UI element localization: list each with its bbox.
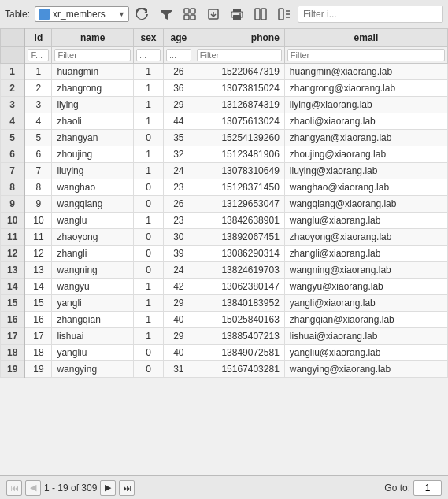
table-row[interactable]: 66zhoujing13215123481906zhoujing@xiaoran… <box>1 146 448 163</box>
age-cell: 35 <box>163 130 194 146</box>
email-filter-input[interactable] <box>287 49 445 61</box>
age-filter-input[interactable] <box>166 49 191 61</box>
email-cell: wangyu@xiaorang.lab <box>284 279 447 295</box>
sex-filter-input[interactable] <box>136 49 161 61</box>
rownum-cell: 17 <box>1 328 25 345</box>
id-cell: 12 <box>24 246 52 262</box>
id-cell: 6 <box>24 146 52 163</box>
table-body: 11huangmin12615220647319huangmin@xiaoran… <box>1 64 448 378</box>
export-button[interactable] <box>180 4 200 24</box>
first-page-button[interactable]: ⏮ <box>6 480 22 496</box>
table-selector[interactable]: xr_members ▼ <box>35 6 129 22</box>
email-cell: huangmin@xiaorang.lab <box>284 64 447 80</box>
refresh-button[interactable] <box>132 4 153 24</box>
phone-cell: 13062380147 <box>194 279 284 295</box>
column-header-row: id name sex age phone email <box>1 29 448 47</box>
table-row[interactable]: 11huangmin12615220647319huangmin@xiaoran… <box>1 64 448 80</box>
age-cell: 24 <box>163 163 194 179</box>
name-cell: zhangli <box>52 246 134 262</box>
table-row[interactable]: 1212zhangli03913086290314zhangli@xiaoran… <box>1 246 448 262</box>
prev-page-button[interactable]: ◀ <box>25 480 41 496</box>
id-cell: 17 <box>24 328 52 345</box>
rownum-cell: 5 <box>1 130 25 146</box>
svg-rect-10 <box>255 9 260 20</box>
id-filter-input[interactable] <box>28 49 49 61</box>
goto-input[interactable] <box>413 480 442 496</box>
phone-cell: 15123481906 <box>194 146 284 163</box>
sex-filter-cell[interactable] <box>133 47 163 64</box>
phone-filter-cell[interactable] <box>194 47 284 64</box>
filter-button[interactable] <box>156 4 176 24</box>
id-cell: 13 <box>24 262 52 279</box>
sex-cell: 1 <box>133 146 163 163</box>
svg-rect-12 <box>279 9 283 20</box>
id-filter-cell[interactable] <box>24 47 52 64</box>
cols-button[interactable] <box>250 4 271 24</box>
table-row[interactable]: 1919wangying03115167403281wangying@xiaor… <box>1 361 448 378</box>
print-button[interactable] <box>227 4 247 24</box>
table-row[interactable]: 44zhaoli14413075613024zhaoli@xiaorang.la… <box>1 113 448 130</box>
name-header[interactable]: name <box>52 29 134 47</box>
table-label: Table: <box>5 9 30 20</box>
filter-input[interactable] <box>298 6 443 23</box>
table-row[interactable]: 1616zhangqian14015025840163zhangqian@xia… <box>1 312 448 328</box>
email-header[interactable]: email <box>284 29 447 47</box>
phone-cell: 13075613024 <box>194 113 284 130</box>
table-row[interactable]: 88wanghao02315128371450wanghao@xiaorang.… <box>1 179 448 196</box>
age-cell: 36 <box>163 80 194 97</box>
last-page-button[interactable]: ⏭ <box>119 480 135 496</box>
id-cell: 10 <box>24 213 52 229</box>
rownum-cell: 2 <box>1 80 25 97</box>
age-filter-cell[interactable] <box>163 47 194 64</box>
table-row[interactable]: 22zhangrong13613073815024zhangrong@xiaor… <box>1 80 448 97</box>
id-cell: 8 <box>24 179 52 196</box>
sex-cell: 1 <box>133 328 163 345</box>
sex-cell: 1 <box>133 163 163 179</box>
email-cell: zhangyan@xiaorang.lab <box>284 130 447 146</box>
age-cell: 29 <box>163 97 194 113</box>
name-cell: huangmin <box>52 64 134 80</box>
import-button[interactable] <box>203 4 224 24</box>
name-cell: zhaoyong <box>52 229 134 246</box>
email-cell: zhangqian@xiaorang.lab <box>284 312 447 328</box>
table-row[interactable]: 33liying12913126874319liying@xiaorang.la… <box>1 97 448 113</box>
svg-rect-6 <box>233 9 241 12</box>
name-cell: wangyu <box>52 279 134 295</box>
name-cell: zhoujing <box>52 146 134 163</box>
name-cell: zhangrong <box>52 80 134 97</box>
name-filter-cell[interactable] <box>52 47 134 64</box>
goto-label: Go to: <box>384 482 410 493</box>
table-row[interactable]: 1515yangli12913840183952yangli@xiaorang.… <box>1 295 448 312</box>
email-cell: wanglu@xiaorang.lab <box>284 213 447 229</box>
table-row[interactable]: 77liuying12413078310649liuying@xiaorang.… <box>1 163 448 179</box>
id-cell: 3 <box>24 97 52 113</box>
rownum-cell: 8 <box>1 179 25 196</box>
sex-cell: 0 <box>133 130 163 146</box>
table-row[interactable]: 1818yangliu04013849072581yangliu@xiaoran… <box>1 345 448 361</box>
table-row[interactable]: 99wangqiang02613129653047wangqiang@xiaor… <box>1 196 448 213</box>
table-row[interactable]: 1313wangning02413824619703wangning@xiaor… <box>1 262 448 279</box>
phone-filter-input[interactable] <box>197 49 282 61</box>
phone-cell: 13849072581 <box>194 345 284 361</box>
table-row[interactable]: 55zhangyan03515254139260zhangyan@xiaoran… <box>1 130 448 146</box>
age-header[interactable]: age <box>163 29 194 47</box>
id-header[interactable]: id <box>24 29 52 47</box>
filter-row <box>1 47 448 64</box>
table-row[interactable]: 1414wangyu14213062380147wangyu@xiaorang.… <box>1 279 448 295</box>
table-row[interactable]: 1717lishuai12913885407213lishuai@xiaoran… <box>1 328 448 345</box>
rownum-cell: 13 <box>1 262 25 279</box>
age-cell: 40 <box>163 345 194 361</box>
phone-cell: 13842638901 <box>194 213 284 229</box>
name-cell: zhangqian <box>52 312 134 328</box>
table-row[interactable]: 1010wanglu12313842638901wanglu@xiaorang.… <box>1 213 448 229</box>
id-cell: 4 <box>24 113 52 130</box>
name-filter-input[interactable] <box>54 49 131 61</box>
sex-header[interactable]: sex <box>133 29 163 47</box>
sex-cell: 1 <box>133 295 163 312</box>
email-filter-cell[interactable] <box>284 47 447 64</box>
next-page-button[interactable]: ▶ <box>100 480 116 496</box>
more-button[interactable] <box>274 4 294 24</box>
svg-rect-3 <box>191 15 195 20</box>
phone-header[interactable]: phone <box>194 29 284 47</box>
table-row[interactable]: 1111zhaoyong03013892067451zhaoyong@xiaor… <box>1 229 448 246</box>
